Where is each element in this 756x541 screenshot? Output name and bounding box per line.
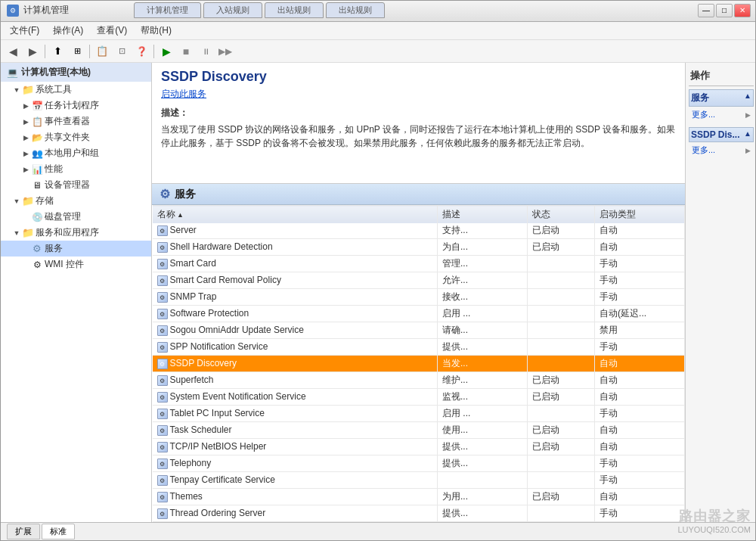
up-button[interactable]: ⬆ [48,43,67,60]
expand-arrow-event: ▶ [22,118,29,126]
forward-button[interactable]: ▶ [23,43,42,60]
perf-icon: 📊 [31,163,43,176]
service-status [527,455,594,472]
service-name: SPP Notification Service [170,341,268,352]
col-header-name[interactable]: 名称▲ [153,205,438,223]
folder-icon-storage: 📁 [22,195,34,207]
service-name: Telephony [170,458,212,468]
table-row[interactable]: ⚙Task Scheduler使用...已启动自动 [153,422,685,439]
table-row[interactable]: ⚙Software Protection启用 ...自动(延迟... [153,306,685,322]
title-tab-3[interactable]: 出站规则 [265,2,324,18]
service-name: Software Protection [170,308,249,319]
menu-help[interactable]: 帮助(H) [135,23,178,39]
service-startup: 手动 [595,272,685,289]
right-panel-section-ssdp: SSDP Dis... ▲ 更多... ▶ [689,127,754,157]
tab-standard[interactable]: 标准 [42,524,75,539]
sidebar-label-task-scheduler: 任务计划程序 [45,99,99,112]
close-button[interactable]: ✕ [734,4,751,17]
show-hide-button[interactable]: ⊞ [68,43,86,60]
stop-button[interactable]: ■ [177,43,195,60]
title-tab-1[interactable]: 计算机管理 [134,2,201,18]
minimize-button[interactable]: — [698,4,714,17]
computer-icon: 💻 [7,67,18,78]
service-name: Tablet PC Input Service [170,408,265,418]
sidebar-item-task-scheduler[interactable]: ▶ 📅 任务计划程序 [1,98,151,113]
tab-expand[interactable]: 扩展 [7,524,40,539]
col-header-desc[interactable]: 描述 [437,205,527,223]
service-startup: 手动 [595,339,685,356]
service-desc [437,472,527,489]
title-tab-4[interactable]: 出站规则 [326,2,385,18]
sidebar-item-wmi[interactable]: ⚙ WMI 控件 [1,257,151,272]
toolbar: ◀ ▶ ⬆ ⊞ 📋 ⊡ ❓ ▶ ■ ⏸ ▶▶ [1,40,756,63]
service-name: SSDP Discovery [170,358,237,368]
table-row[interactable]: ⚙Server支持...已启动自动 [153,222,685,239]
service-start-link[interactable]: 启动此服务 [161,88,206,101]
sidebar-item-services-apps[interactable]: ▼ 📁 服务和应用程序 [1,225,151,241]
menu-view[interactable]: 查看(V) [91,23,133,39]
resume-button[interactable]: ▶▶ [216,43,234,60]
maximize-button[interactable]: □ [716,4,733,17]
title-tab-2[interactable]: 入站规则 [203,2,262,18]
sidebar-item-users-groups[interactable]: ▶ 👥 本地用户和组 [1,145,151,161]
right-panel-more-services[interactable]: 更多... ▶ [689,108,754,121]
sidebar-item-event-viewer[interactable]: ▶ 📋 事件查看器 [1,113,151,129]
table-row[interactable]: ⚙Themes为用...已启动自动 [153,489,685,505]
sidebar-label-disk-management: 磁盘管理 [45,210,81,223]
service-status [527,406,594,422]
service-status [527,472,594,489]
table-row[interactable]: ⚙System Event Notification Service监视...已… [153,389,685,406]
service-desc: 为用... [437,489,527,505]
service-icon: ⚙ [157,425,168,436]
service-name: Thread Ordering Server [170,508,266,518]
service-desc: 允许... [437,522,527,523]
service-name: Sogou OmniAddr Update Service [170,325,304,335]
service-table-container[interactable]: 名称▲ 描述 状态 启动类型 ⚙Secondary Logon在不...禁用⚙S… [152,205,685,522]
col-header-status[interactable]: 状态 [527,205,594,223]
service-status: 已启动 [527,422,594,439]
table-row[interactable]: ⚙Thread Ordering Server提供...手动 [153,505,685,522]
table-row[interactable]: ⚙SNMP Trap接收...手动 [153,289,685,306]
sidebar-item-disk-management[interactable]: 💿 磁盘管理 [1,209,151,225]
sidebar-item-performance[interactable]: ▶ 📊 性能 [1,161,151,177]
right-panel-more-ssdp[interactable]: 更多... ▶ [689,144,754,157]
menu-file[interactable]: 文件(F) [4,23,45,39]
col-header-startup[interactable]: 启动类型 [595,205,685,223]
help-button[interactable]: ❓ [132,43,150,60]
table-row[interactable]: ⚙SSDP Discovery当发...自动 [153,356,685,372]
sidebar-item-storage[interactable]: ▼ 📁 存储 [1,193,151,209]
sidebar-item-shared-folders[interactable]: ▶ 📂 共享文件夹 [1,129,151,145]
service-list-panel: ⚙ 服务 名称▲ 描述 状态 启动类型 [152,184,685,522]
sidebar-item-services[interactable]: ⚙ 服务 [1,241,151,257]
table-row[interactable]: ⚙Telephony提供...手动 [153,455,685,472]
sidebar-item-device-manager[interactable]: 🖥 设备管理器 [1,177,151,193]
service-status [527,306,594,322]
table-row[interactable]: ⚙TCP/IP NetBIOS Helper提供...已启动自动 [153,439,685,455]
sidebar-item-system-tools[interactable]: ▼ 📁 系统工具 [1,82,151,98]
right-section-ssdp-title: SSDP Dis... ▲ [689,127,754,142]
start-button[interactable]: ▶ [157,43,175,60]
gear-icon-services: ⚙ [31,243,43,255]
table-row[interactable]: ⚙SPP Notification Service提供...手动 [153,339,685,356]
table-row[interactable]: ⚙Sogou OmniAddr Update Service请确...禁用 [153,322,685,339]
table-row[interactable]: ⚙Tenpay Certificate Service手动 [153,472,685,489]
right-panel-section-services: 服务 ▲ 更多... ▶ [689,89,754,121]
pause-button[interactable]: ⏸ [197,43,215,60]
service-desc: 允许... [437,272,527,289]
table-row[interactable]: ⚙Tablet PC Input Service启用 ...手动 [153,406,685,422]
service-name: Tenpay Certificate Service [170,474,275,485]
service-status [527,522,594,523]
table-row[interactable]: ⚙Shell Hardware Detection为自...已启动自动 [153,239,685,256]
menu-action[interactable]: 操作(A) [47,23,89,39]
table-row[interactable]: ⚙Smart Card管理...手动 [153,256,685,272]
properties-button[interactable]: ⊡ [113,43,131,60]
service-startup: 自动 [595,222,685,239]
table-row[interactable]: ⚙Superfetch维护...已启动自动 [153,372,685,389]
table-row[interactable]: ⚙TPM Base Services允许...手动 [153,522,685,523]
toolbar-separator-1 [45,45,45,58]
table-row[interactable]: ⚙Smart Card Removal Policy允许...手动 [153,272,685,289]
back-button[interactable]: ◀ [4,43,22,60]
export-button[interactable]: 📋 [93,43,111,60]
service-status [527,272,594,289]
service-icon: ⚙ [157,442,168,452]
